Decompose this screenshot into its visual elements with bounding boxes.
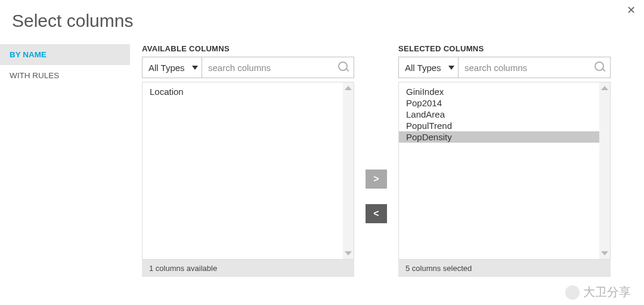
selected-footer: 5 columns selected bbox=[398, 260, 611, 277]
main-area: AVAILABLE COLUMNS All Types Location bbox=[130, 44, 644, 277]
list-item-label: Pop2014 bbox=[406, 98, 442, 108]
type-select-label: All Types bbox=[148, 63, 185, 73]
available-search-wrap bbox=[202, 57, 354, 78]
selected-panel: SELECTED COLUMNS All Types GiniIndex Pop… bbox=[398, 44, 611, 277]
selected-search-input[interactable] bbox=[465, 63, 595, 73]
list-item[interactable]: LandArea bbox=[399, 109, 599, 120]
selected-header: SELECTED COLUMNS bbox=[398, 44, 611, 53]
available-search-input[interactable] bbox=[208, 63, 338, 73]
search-icon[interactable] bbox=[338, 61, 350, 73]
scrollbar[interactable] bbox=[343, 82, 354, 259]
list-item[interactable]: Location bbox=[143, 86, 343, 97]
list-item[interactable]: GiniIndex bbox=[399, 86, 599, 97]
scroll-up-icon bbox=[345, 86, 352, 90]
list-item-label: GiniIndex bbox=[406, 87, 444, 97]
scroll-down-icon bbox=[601, 251, 608, 255]
mover-controls: > < bbox=[354, 44, 398, 277]
watermark: 大卫分享 bbox=[565, 284, 631, 300]
list-item-label: PopulTrend bbox=[406, 121, 452, 131]
scrollbar[interactable] bbox=[599, 82, 610, 259]
close-icon[interactable]: ✕ bbox=[627, 4, 636, 17]
dialog-title: Select columns bbox=[0, 0, 644, 44]
available-filter-row: All Types bbox=[142, 57, 354, 78]
chevron-down-icon bbox=[448, 66, 454, 70]
available-type-select[interactable]: All Types bbox=[143, 57, 202, 78]
sidebar-item-by-name[interactable]: BY NAME bbox=[0, 44, 130, 65]
available-header: AVAILABLE COLUMNS bbox=[142, 44, 354, 53]
scroll-up-icon bbox=[601, 86, 608, 90]
selected-filter-row: All Types bbox=[398, 57, 611, 78]
search-icon[interactable] bbox=[595, 61, 606, 73]
scroll-down-icon bbox=[345, 251, 352, 255]
selected-search-wrap bbox=[459, 57, 610, 78]
sidebar-item-with-rules[interactable]: WITH RULES bbox=[0, 65, 130, 86]
watermark-text: 大卫分享 bbox=[583, 284, 631, 300]
list-item-label: Location bbox=[150, 87, 184, 97]
sidebar-item-label: WITH RULES bbox=[10, 71, 59, 80]
remove-button[interactable]: < bbox=[366, 204, 387, 223]
dialog-content: BY NAME WITH RULES AVAILABLE COLUMNS All… bbox=[0, 44, 644, 277]
type-select-label: All Types bbox=[405, 63, 441, 73]
sidebar: BY NAME WITH RULES bbox=[0, 44, 130, 277]
available-list: Location bbox=[142, 82, 354, 260]
available-list-items: Location bbox=[143, 82, 343, 259]
list-item[interactable]: PopulTrend bbox=[399, 120, 599, 131]
list-item[interactable]: Pop2014 bbox=[399, 97, 599, 109]
selected-list-items: GiniIndex Pop2014 LandArea PopulTrend Po… bbox=[399, 82, 599, 259]
list-item-label: LandArea bbox=[406, 109, 445, 119]
add-button[interactable]: > bbox=[366, 170, 387, 189]
available-footer: 1 columns available bbox=[142, 260, 354, 277]
selected-list: GiniIndex Pop2014 LandArea PopulTrend Po… bbox=[398, 82, 611, 260]
select-columns-dialog: ✕ Select columns BY NAME WITH RULES AVAI… bbox=[0, 0, 644, 305]
chevron-down-icon bbox=[192, 66, 198, 70]
available-panel: AVAILABLE COLUMNS All Types Location bbox=[142, 44, 354, 277]
list-item[interactable]: PopDensity bbox=[399, 131, 599, 143]
list-item-label: PopDensity bbox=[406, 132, 452, 142]
sidebar-item-label: BY NAME bbox=[10, 50, 47, 59]
watermark-icon bbox=[565, 285, 580, 300]
selected-type-select[interactable]: All Types bbox=[399, 57, 459, 78]
